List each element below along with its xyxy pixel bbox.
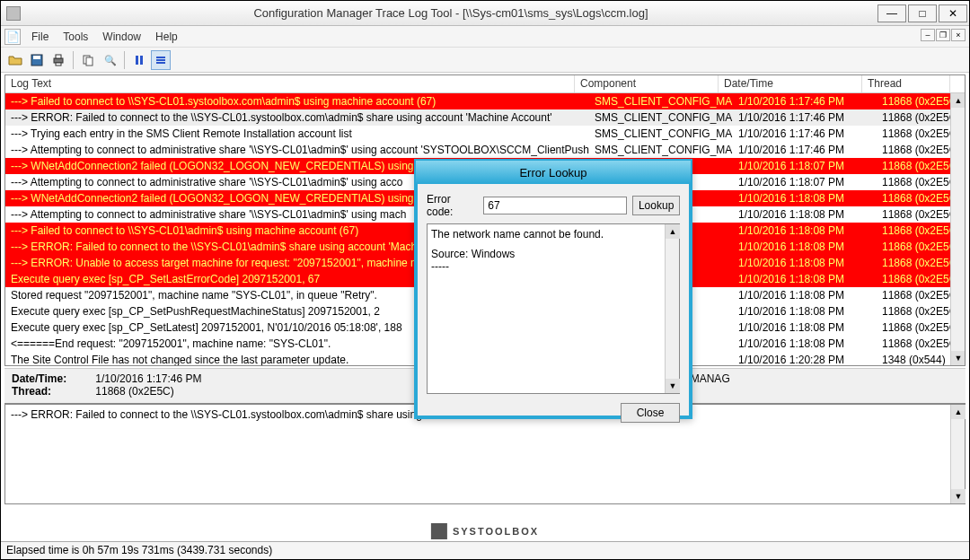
- scroll-up-icon[interactable]: ▲: [951, 405, 966, 419]
- watermark: SYSTOOLBOX: [431, 523, 539, 539]
- scroll-down-icon[interactable]: ▼: [951, 489, 966, 503]
- col-datetime[interactable]: Date/Time: [719, 75, 862, 92]
- log-cell-datetime: 1/10/2016 1:18:08 PM: [733, 241, 877, 253]
- log-cell-datetime: 1/10/2016 1:20:28 PM: [733, 354, 877, 365]
- open-icon[interactable]: [5, 50, 25, 70]
- log-cell-datetime: 1/10/2016 1:18:08 PM: [733, 208, 877, 221]
- log-row[interactable]: ---> Trying each entry in the SMS Client…: [5, 126, 965, 142]
- window-title: Configuration Manager Trace Log Tool - […: [26, 6, 876, 20]
- scroll-down-icon[interactable]: ▼: [666, 379, 680, 393]
- save-icon[interactable]: [27, 50, 47, 70]
- svg-rect-2: [54, 58, 63, 63]
- log-row[interactable]: ---> Failed to connect to \\SYS-CL01.sys…: [5, 93, 965, 109]
- log-cell-component: SMS_CLIENT_CONFIG_MAN: [589, 95, 733, 108]
- log-cell-component: SMS_CLIENT_CONFIG_MAN: [589, 111, 733, 124]
- log-cell-datetime: 1/10/2016 1:18:07 PM: [733, 176, 877, 188]
- mdi-restore-button[interactable]: ❐: [936, 29, 950, 41]
- log-cell-datetime: 1/10/2016 1:18:07 PM: [733, 160, 877, 172]
- maximize-button[interactable]: □: [908, 4, 937, 22]
- svg-rect-12: [156, 62, 165, 64]
- find-icon[interactable]: 🔍: [100, 50, 119, 70]
- svg-rect-4: [56, 63, 61, 66]
- col-log-text[interactable]: Log Text: [5, 75, 575, 92]
- mdi-minimize-button[interactable]: –: [921, 29, 935, 41]
- log-row[interactable]: ---> Attempting to connect to administra…: [5, 142, 965, 158]
- watermark-text: SYSTOOLBOX: [453, 526, 539, 537]
- close-dialog-button[interactable]: Close: [621, 403, 680, 423]
- message-scrollbar[interactable]: ▲ ▼: [950, 405, 965, 503]
- log-cell-datetime: 1/10/2016 1:17:46 PM: [733, 95, 877, 108]
- col-component[interactable]: Component: [575, 75, 719, 92]
- log-cell-datetime: 1/10/2016 1:17:46 PM: [733, 111, 877, 124]
- error-result-line1: The network name cannot be found.: [431, 228, 675, 241]
- detail-datetime-value: 1/10/2016 1:17:46 PM: [95, 372, 201, 385]
- log-cell-datetime: 1/10/2016 1:18:08 PM: [733, 257, 877, 269]
- status-bar: Elapsed time is 0h 57m 19s 731ms (3439.7…: [1, 541, 969, 559]
- log-cell-text: ---> ERROR: Failed to connect to the \\S…: [5, 111, 589, 124]
- log-row[interactable]: ---> ERROR: Failed to connect to the \\S…: [5, 109, 965, 126]
- title-bar: Configuration Manager Trace Log Tool - […: [1, 1, 969, 26]
- svg-rect-9: [140, 56, 143, 65]
- error-lookup-dialog: Error Lookup Error code: Lookup The netw…: [414, 159, 692, 419]
- log-cell-datetime: 1/10/2016 1:18:08 PM: [733, 337, 877, 350]
- detail-thread-label: Thread:: [12, 385, 93, 398]
- error-code-label: Error code:: [427, 193, 478, 218]
- error-result-line2: Source: Windows: [431, 248, 675, 260]
- log-cell-text: ---> Attempting to connect to administra…: [5, 144, 589, 156]
- svg-rect-10: [156, 57, 165, 58]
- error-result-line3: -----: [431, 260, 675, 273]
- copy-icon[interactable]: [78, 50, 98, 70]
- status-text: Elapsed time is 0h 57m 19s 731ms (3439.7…: [6, 544, 272, 556]
- lookup-button[interactable]: Lookup: [632, 196, 680, 215]
- detail-datetime-label: Date/Time:: [12, 372, 93, 385]
- svg-text:🔍: 🔍: [104, 54, 117, 66]
- mdi-close-button[interactable]: ×: [951, 29, 966, 41]
- log-cell-component: SMS_CLIENT_CONFIG_MAN: [589, 144, 733, 156]
- menu-tools[interactable]: Tools: [63, 31, 88, 43]
- svg-rect-1: [33, 56, 40, 59]
- log-cell-datetime: 1/10/2016 1:17:46 PM: [733, 144, 877, 156]
- result-scrollbar[interactable]: ▲ ▼: [665, 224, 679, 393]
- pause-icon[interactable]: [129, 50, 149, 70]
- log-cell-datetime: 1/10/2016 1:18:08 PM: [733, 289, 877, 302]
- detail-thread-value: 11868 (0x2E5C): [95, 385, 173, 398]
- svg-rect-11: [156, 59, 165, 61]
- scroll-up-icon[interactable]: ▲: [951, 93, 965, 108]
- svg-rect-8: [136, 56, 138, 65]
- log-cell-text: ---> Failed to connect to \\SYS-CL01.sys…: [5, 95, 589, 108]
- log-header: Log Text Component Date/Time Thread: [5, 75, 965, 93]
- svg-rect-6: [86, 57, 93, 66]
- menu-bar: 📄 File Tools Window Help – ❐ ×: [1, 26, 969, 48]
- log-cell-datetime: 1/10/2016 1:18:08 PM: [733, 192, 877, 205]
- dialog-title: Error Lookup: [416, 161, 691, 184]
- log-vertical-scrollbar[interactable]: ▲ ▼: [950, 93, 965, 365]
- svg-rect-3: [56, 55, 61, 58]
- log-cell-component: SMS_CLIENT_CONFIG_MAN: [589, 127, 733, 140]
- menu-window[interactable]: Window: [102, 31, 141, 43]
- log-cell-datetime: 1/10/2016 1:18:08 PM: [733, 305, 877, 318]
- error-code-input[interactable]: [483, 197, 627, 214]
- print-icon[interactable]: [48, 50, 68, 70]
- log-cell-datetime: 1/10/2016 1:17:46 PM: [733, 127, 877, 140]
- watermark-icon: [431, 523, 447, 539]
- scroll-down-icon[interactable]: ▼: [951, 351, 965, 365]
- scroll-up-icon[interactable]: ▲: [666, 224, 680, 239]
- error-result-area[interactable]: The network name cannot be found. Source…: [427, 223, 680, 394]
- highlight-icon[interactable]: [151, 50, 171, 70]
- close-button[interactable]: ✕: [939, 4, 967, 22]
- app-icon: [6, 6, 21, 21]
- log-cell-datetime: 1/10/2016 1:18:08 PM: [733, 224, 877, 237]
- toolbar: 🔍: [1, 48, 969, 73]
- document-icon: 📄: [4, 29, 21, 45]
- log-cell-text: ---> Trying each entry in the SMS Client…: [5, 127, 589, 140]
- log-cell-datetime: 1/10/2016 1:18:08 PM: [733, 321, 877, 334]
- log-cell-datetime: 1/10/2016 1:18:08 PM: [733, 273, 877, 285]
- col-thread[interactable]: Thread: [862, 75, 950, 92]
- minimize-button[interactable]: —: [877, 4, 906, 22]
- menu-help[interactable]: Help: [155, 31, 178, 43]
- menu-file[interactable]: File: [31, 31, 48, 43]
